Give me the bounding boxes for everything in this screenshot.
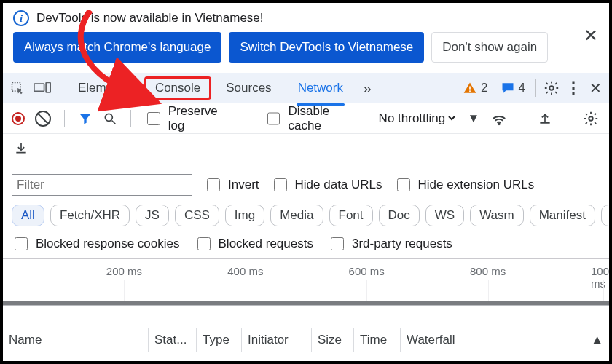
svg-line-7 — [111, 120, 115, 124]
type-doc[interactable]: Doc — [379, 205, 420, 226]
close-infobar-button[interactable]: ✕ — [581, 26, 600, 45]
export-har-icon[interactable] — [12, 138, 31, 157]
more-tabs-button[interactable]: » — [358, 79, 377, 98]
clear-button[interactable] — [35, 111, 51, 127]
filter-input[interactable] — [12, 174, 192, 196]
throttling-select[interactable]: No throttling — [376, 111, 458, 126]
device-icon[interactable] — [31, 81, 54, 95]
messages-badge[interactable]: 4 — [495, 80, 530, 96]
network-conditions-icon[interactable] — [490, 109, 509, 128]
timeline-overview[interactable]: 200 ms400 ms600 ms800 ms1000 ms — [3, 259, 609, 306]
type-fetch-xhr[interactable]: Fetch/XHR — [50, 205, 130, 226]
type-css[interactable]: CSS — [175, 205, 219, 226]
svg-rect-3 — [469, 87, 471, 90]
messages-count: 4 — [519, 81, 525, 95]
hide-data-urls-checkbox[interactable]: Hide data URLs — [271, 176, 382, 194]
hide-data-label: Hide data URLs — [295, 178, 382, 192]
info-message: DevTools is now available in Vietnamese! — [36, 11, 264, 25]
request-options: Blocked response cookies Blocked request… — [3, 231, 609, 259]
timeline-tick: 200 ms — [106, 265, 142, 277]
svg-rect-2 — [46, 82, 50, 92]
col-initiator[interactable]: Initiator — [242, 328, 312, 352]
type-font[interactable]: Font — [329, 205, 373, 226]
import-har-icon[interactable] — [536, 109, 554, 128]
close-devtools-button[interactable]: ✕ — [586, 79, 605, 98]
separator — [130, 110, 131, 127]
separator — [522, 110, 522, 127]
timeline-tick: 1000 ms — [591, 265, 609, 290]
svg-rect-4 — [469, 90, 471, 92]
info-icon: i — [13, 10, 29, 26]
separator — [251, 110, 251, 127]
tab-elements[interactable]: Elements — [66, 76, 141, 100]
col-size[interactable]: Size — [312, 328, 354, 352]
type-js[interactable]: JS — [136, 205, 169, 226]
timeline-tick: 400 ms — [227, 265, 263, 277]
download-row — [3, 134, 609, 165]
blocked-cookies-label: Blocked response cookies — [36, 237, 180, 251]
type-other[interactable]: Other — [601, 205, 609, 226]
record-button[interactable] — [12, 112, 25, 125]
invert-checkbox[interactable]: Invert — [204, 176, 259, 194]
separator — [568, 110, 568, 127]
warning-icon — [462, 80, 478, 96]
network-toolbar: Preserve log Disable cache No throttling… — [3, 103, 609, 134]
third-party-label: 3rd-party requests — [352, 237, 452, 251]
blocked-requests-label: Blocked requests — [219, 237, 313, 251]
separator — [64, 110, 65, 127]
type-filter-row: All Fetch/XHR JS CSS Img Media Font Doc … — [3, 199, 609, 231]
sort-arrow-icon: ▲ — [591, 333, 603, 347]
hide-extension-urls-checkbox[interactable]: Hide extension URLs — [394, 176, 535, 194]
invert-label: Invert — [228, 178, 259, 192]
settings-icon[interactable] — [542, 79, 561, 98]
tab-console[interactable]: Console — [144, 76, 211, 100]
type-ws[interactable]: WS — [425, 205, 464, 226]
svg-point-8 — [498, 123, 500, 124]
filter-toggle-icon[interactable] — [78, 111, 93, 126]
info-bar: i DevTools is now available in Vietnames… — [3, 3, 609, 32]
type-all[interactable]: All — [12, 205, 44, 226]
type-img[interactable]: Img — [225, 205, 264, 226]
match-language-button[interactable]: Always match Chrome's language — [13, 32, 221, 63]
svg-rect-1 — [34, 84, 44, 91]
timeline-tick: 800 ms — [470, 265, 506, 277]
type-manifest[interactable]: Manifest — [530, 205, 595, 226]
tab-strip: Elements Console Sources Network » 2 4 ⋮… — [3, 73, 609, 103]
filter-bar: Invert Hide data URLs Hide extension URL… — [3, 165, 609, 199]
blocked-cookies-checkbox[interactable]: Blocked response cookies — [12, 235, 180, 253]
col-waterfall[interactable]: Waterfall▲ — [401, 328, 609, 352]
type-wasm[interactable]: Wasm — [470, 205, 524, 226]
col-type[interactable]: Type — [197, 328, 242, 352]
kebab-menu-icon[interactable]: ⋮ — [564, 79, 583, 98]
warnings-count: 2 — [481, 81, 487, 95]
col-status[interactable]: Stat... — [149, 328, 197, 352]
preserve-log-checkbox[interactable]: Preserve log — [144, 104, 238, 133]
disable-cache-checkbox[interactable]: Disable cache — [264, 104, 366, 133]
svg-point-6 — [105, 114, 112, 121]
network-settings-icon[interactable] — [581, 109, 600, 128]
tab-sources[interactable]: Sources — [214, 76, 283, 100]
switch-language-button[interactable]: Switch DevTools to Vietnamese — [229, 32, 424, 63]
info-actions: Always match Chrome's language Switch De… — [3, 32, 609, 73]
message-icon — [500, 80, 516, 96]
dont-show-again-button[interactable]: Don't show again — [431, 32, 548, 63]
hide-ext-label: Hide extension URLs — [418, 178, 535, 192]
warnings-badge[interactable]: 2 — [458, 80, 492, 96]
disable-cache-label: Disable cache — [288, 104, 365, 133]
inspect-icon[interactable] — [7, 81, 28, 95]
svg-point-5 — [549, 86, 554, 90]
timeline-tick: 600 ms — [349, 265, 385, 277]
type-media[interactable]: Media — [270, 205, 323, 226]
separator — [536, 79, 536, 97]
col-time[interactable]: Time — [354, 328, 401, 352]
svg-point-9 — [589, 116, 593, 121]
requests-table-header: Name Stat... Type Initiator Size Time Wa… — [3, 328, 609, 352]
tab-network[interactable]: Network — [286, 76, 355, 100]
blocked-requests-checkbox[interactable]: Blocked requests — [195, 235, 313, 253]
separator — [60, 79, 60, 97]
search-icon[interactable] — [103, 111, 117, 126]
preserve-log-label: Preserve log — [168, 104, 238, 133]
third-party-checkbox[interactable]: 3rd-party requests — [328, 235, 452, 253]
col-name[interactable]: Name — [3, 328, 149, 352]
